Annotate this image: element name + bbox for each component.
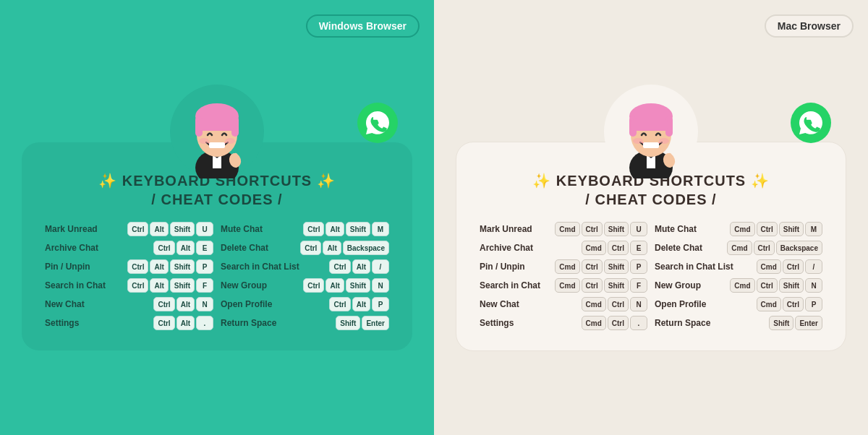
key-badge: Ctrl xyxy=(757,222,778,236)
shortcut-row: Pin / UnpinCtrlAltShiftP xyxy=(45,259,213,274)
key-badge: Ctrl xyxy=(300,241,321,255)
shortcut-name: Archive Chat xyxy=(45,243,98,253)
key-badge: F xyxy=(630,278,647,293)
shortcut-keys: CmdCtrlShiftM xyxy=(730,222,822,236)
svg-point-12 xyxy=(199,138,209,144)
shortcut-keys: CmdCtrlN xyxy=(582,297,647,311)
emoji-right: ✨ xyxy=(317,173,336,189)
shortcut-name: Settings xyxy=(480,318,514,328)
shortcut-name: New Chat xyxy=(480,299,519,309)
shortcut-row: New GroupCtrlAltShiftN xyxy=(221,278,389,293)
key-badge: Cmd xyxy=(555,222,579,236)
shortcut-name: Delete Chat xyxy=(655,243,702,253)
shortcut-keys: CtrlAlt. xyxy=(153,316,213,330)
key-badge: Ctrl xyxy=(754,241,775,255)
shortcut-keys: CtrlAltShiftP xyxy=(127,259,213,274)
key-badge: F xyxy=(196,278,213,293)
card-mac: ✨ KEYBOARD SHORTCUTS ✨/ CHEAT CODES /Mar… xyxy=(456,142,846,351)
shortcut-row: Search in Chat ListCtrlAlt/ xyxy=(221,259,389,274)
key-badge: Alt xyxy=(352,259,370,274)
shortcut-keys: CtrlAltP xyxy=(329,297,389,311)
platform-badge-mac: Mac Browser xyxy=(765,14,854,38)
key-badge: Alt xyxy=(176,316,195,330)
shortcut-name: Open Profile xyxy=(221,299,272,309)
whatsapp-icon-mac xyxy=(791,103,831,146)
shortcut-name: Open Profile xyxy=(655,299,706,309)
key-badge: Shift xyxy=(604,222,629,236)
key-badge: Cmd xyxy=(730,278,754,293)
platform-badge-windows: Windows Browser xyxy=(306,14,420,38)
svg-point-30 xyxy=(659,138,669,144)
key-badge: Shift xyxy=(170,222,195,236)
key-badge: Alt xyxy=(176,241,195,255)
shortcut-row: Mark UnreadCmdCtrlShiftU xyxy=(480,222,647,236)
key-badge: Ctrl xyxy=(582,278,603,293)
character-mac xyxy=(604,85,698,181)
key-badge: Enter xyxy=(362,316,389,330)
shortcut-name: Delete Chat xyxy=(221,243,268,253)
key-badge: Shift xyxy=(769,316,793,330)
shortcut-row: Open ProfileCtrlAltP xyxy=(221,297,389,311)
shortcut-name: Search in Chat xyxy=(45,280,106,290)
key-badge: . xyxy=(630,316,647,330)
shortcut-keys: CtrlAltBackspace xyxy=(300,241,389,255)
shortcut-keys: CmdCtrlShiftP xyxy=(555,259,647,274)
key-badge: Ctrl xyxy=(783,297,804,311)
shortcut-row: Search in ChatCmdCtrlShiftF xyxy=(480,278,647,293)
shortcut-keys: CmdCtrl. xyxy=(582,316,647,330)
key-badge: Backspace xyxy=(343,241,389,255)
key-badge: N xyxy=(805,278,822,293)
key-badge: Cmd xyxy=(730,222,754,236)
shortcut-keys: CmdCtrlP xyxy=(757,297,822,311)
key-badge: Ctrl xyxy=(153,316,174,330)
key-badge: Ctrl xyxy=(329,297,350,311)
key-badge: Ctrl xyxy=(303,278,324,293)
shortcut-keys: CmdCtrlShiftU xyxy=(555,222,647,236)
shortcut-row: New GroupCmdCtrlShiftN xyxy=(655,278,822,293)
emoji-left: ✨ xyxy=(98,173,117,189)
key-badge: Shift xyxy=(336,316,360,330)
shortcut-row: Mute ChatCtrlAltShiftM xyxy=(221,222,389,236)
shortcut-name: Return Space xyxy=(655,318,710,328)
shortcut-keys: CmdCtrlShiftF xyxy=(555,278,647,293)
shortcut-name: Pin / Unpin xyxy=(480,262,525,272)
key-badge: Alt xyxy=(150,222,168,236)
key-badge: Ctrl xyxy=(303,222,324,236)
key-badge: P xyxy=(372,297,389,311)
shortcuts-grid-mac: Mark UnreadCmdCtrlShiftUMute ChatCmdCtrl… xyxy=(480,222,822,330)
key-badge: P xyxy=(630,259,647,274)
svg-rect-10 xyxy=(197,119,234,131)
key-badge: U xyxy=(196,222,213,236)
shortcut-row: Archive ChatCtrlAltE xyxy=(45,241,213,255)
shortcut-name: New Group xyxy=(655,280,701,290)
key-badge: Ctrl xyxy=(127,259,148,274)
key-badge: Ctrl xyxy=(153,241,174,255)
shortcut-name: Settings xyxy=(45,318,79,328)
key-badge: Shift xyxy=(779,222,804,236)
shortcut-keys: CtrlAltShiftU xyxy=(127,222,213,236)
shortcut-keys: ShiftEnter xyxy=(336,316,389,330)
shortcut-row: Return SpaceShiftEnter xyxy=(655,316,822,330)
shortcut-name: New Chat xyxy=(45,299,85,309)
key-badge: Ctrl xyxy=(127,222,148,236)
key-badge: Alt xyxy=(150,259,168,274)
shortcut-keys: CtrlAlt/ xyxy=(329,259,389,274)
key-badge: N xyxy=(630,297,647,311)
shortcut-name: Search in Chat xyxy=(480,280,540,290)
key-badge: . xyxy=(196,316,213,330)
key-badge: E xyxy=(630,241,647,255)
shortcut-name: Search in Chat List xyxy=(221,262,299,272)
key-badge: Cmd xyxy=(757,259,781,274)
shortcut-row: Return SpaceShiftEnter xyxy=(221,316,389,330)
key-badge: Ctrl xyxy=(582,222,603,236)
shortcut-name: Mute Chat xyxy=(221,224,263,234)
shortcut-row: Open ProfileCmdCtrlP xyxy=(655,297,822,311)
key-badge: Ctrl xyxy=(608,241,629,255)
key-badge: Shift xyxy=(170,278,195,293)
shortcut-row: New ChatCtrlAltN xyxy=(45,297,213,311)
shortcuts-grid-windows: Mark UnreadCtrlAltShiftUMute ChatCtrlAlt… xyxy=(45,222,389,330)
key-badge: Ctrl xyxy=(127,278,148,293)
key-badge: Cmd xyxy=(582,316,606,330)
shortcut-keys: CtrlAltN xyxy=(153,297,213,311)
key-badge: Alt xyxy=(323,241,341,255)
